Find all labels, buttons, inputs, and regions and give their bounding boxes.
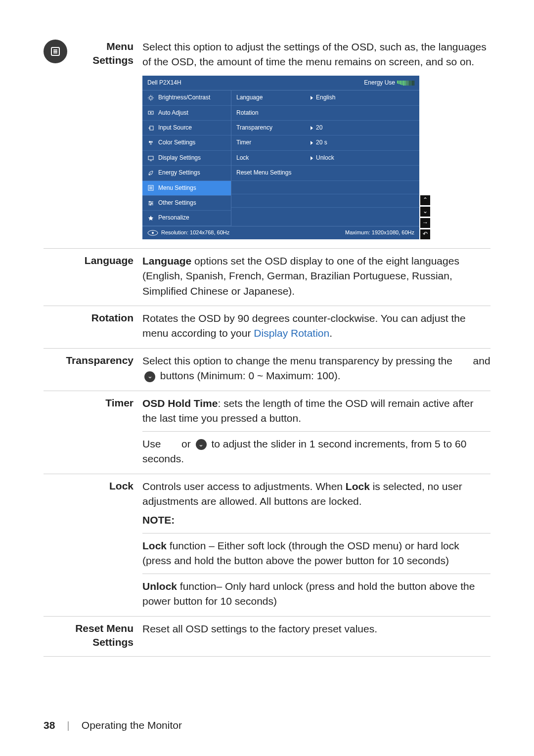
osd-right-panel: LanguageEnglishRotationTransparency20Tim… (231, 90, 419, 226)
osd-screenshot: Dell P2X14H Energy Use (142, 76, 490, 239)
osd-item-label: Menu Settings (158, 184, 196, 192)
osd-menu-item[interactable]: Personalize (142, 211, 231, 225)
osd-setting-row[interactable]: LanguageEnglish (231, 90, 419, 105)
svg-line-11 (149, 99, 149, 100)
label-language: Language (73, 254, 142, 267)
osd-setting-row[interactable]: LockUnlock (231, 151, 419, 166)
svg-point-4 (149, 96, 152, 99)
svg-line-12 (152, 96, 153, 96)
svg-point-30 (150, 204, 151, 205)
svg-line-9 (149, 96, 149, 96)
osd-item-icon (147, 155, 154, 162)
osd-setting-row (231, 194, 419, 208)
label-timer: Timer (73, 396, 142, 410)
osd-setting-label: Language (236, 93, 311, 102)
down-arrow-icon: ⌄ (196, 439, 207, 450)
svg-point-26 (149, 201, 151, 202)
osd-menu-item[interactable]: Menu Settings (142, 181, 231, 196)
label-lock: Lock (73, 479, 142, 493)
osd-setting-label: Timer (236, 138, 311, 147)
osd-item-label: Input Source (158, 124, 192, 132)
osd-energy-use: Energy Use (364, 79, 414, 87)
down-arrow-icon: ⌄ (144, 371, 155, 382)
osd-left-menu: Brightness/ContrastAuto AdjustInput Sour… (142, 90, 231, 226)
lock-description: Controls user access to adjustments. Whe… (142, 479, 490, 609)
section-transparency: Transparency Select this option to chang… (44, 349, 490, 391)
label-transparency: Transparency (63, 354, 142, 367)
section-language: Language Language options set the OSD di… (44, 249, 490, 306)
timer-description: OSD Hold Time: sets the length of time t… (142, 396, 490, 467)
reset-description: Reset all OSD settings to the factory pr… (142, 622, 490, 636)
osd-up-button[interactable]: ⌃ (420, 195, 430, 205)
osd-model: Dell P2X14H (147, 79, 181, 87)
osd-setting-value: 20 s (311, 138, 327, 147)
display-rotation-link[interactable]: Display Rotation (254, 327, 329, 339)
osd-setting-label: Rotation (236, 109, 311, 117)
menu-settings-description: Select this option to adjust the setting… (142, 40, 490, 70)
osd-setting-row (231, 181, 419, 194)
transparency-description: Select this option to change the menu tr… (142, 354, 490, 384)
osd-menu-item[interactable]: Energy Settings (142, 166, 231, 180)
osd-menu-item[interactable]: Display Settings (142, 151, 231, 166)
svg-point-16 (149, 141, 151, 143)
section-menu-settings: Menu Settings Select this option to adju… (44, 35, 490, 249)
label-reset-menu-settings: Reset Menu Settings (73, 622, 142, 650)
osd-item-icon (147, 125, 154, 132)
osd-item-icon (147, 139, 154, 146)
section-timer: Timer OSD Hold Time: sets the length of … (44, 391, 490, 474)
osd-item-label: Brightness/Contrast (158, 93, 210, 102)
osd-menu-item[interactable]: Brightness/Contrast (142, 90, 231, 105)
osd-item-label: Color Settings (158, 138, 195, 147)
osd-item-label: Auto Adjust (158, 109, 188, 117)
section-lock: Lock Controls user access to adjustments… (44, 474, 490, 617)
section-rotation: Rotation Rotates the OSD by 90 degrees c… (44, 306, 490, 349)
osd-setting-row[interactable]: Timer20 s (231, 135, 419, 150)
svg-rect-19 (148, 156, 153, 160)
osd-item-icon (147, 94, 154, 101)
osd-item-icon (147, 184, 154, 191)
svg-point-14 (150, 112, 152, 114)
osd-menu-item[interactable]: Auto Adjust (142, 106, 231, 121)
osd-setting-value: 20 (311, 124, 322, 132)
label-rotation: Rotation (73, 311, 142, 325)
osd-menu-item[interactable]: Color Settings (142, 135, 231, 150)
osd-setting-label: Reset Menu Settings (236, 169, 311, 177)
svg-point-28 (151, 202, 153, 204)
page-number: 38 (44, 719, 55, 731)
osd-setting-row[interactable]: Reset Menu Settings (231, 166, 419, 180)
osd-item-icon (147, 200, 154, 207)
osd-footer-maximum: Maximum: 1920x1080, 60Hz (345, 229, 414, 237)
section-reset-menu-settings: Reset Menu Settings Reset all OSD settin… (44, 617, 490, 657)
label-menu-settings: Menu Settings (73, 40, 142, 68)
osd-back-button[interactable]: ↶ (420, 229, 430, 239)
page-footer: 38 | Operating the Monitor (44, 719, 182, 731)
osd-item-label: Other Settings (158, 199, 196, 207)
osd-item-icon (147, 215, 154, 222)
osd-right-button[interactable]: → (420, 218, 430, 228)
svg-line-10 (152, 99, 153, 100)
osd-menu-item[interactable]: Other Settings (142, 196, 231, 211)
osd-item-label: Energy Settings (158, 169, 200, 177)
svg-point-18 (150, 143, 152, 145)
osd-footer-resolution: Resolution: 1024x768, 60Hz (147, 229, 229, 237)
osd-menu-item[interactable]: Input Source (142, 121, 231, 135)
svg-point-17 (151, 141, 153, 143)
osd-setting-row[interactable]: Rotation (231, 106, 419, 121)
menu-icon (44, 40, 67, 63)
footer-section-title: Operating the Monitor (82, 719, 182, 731)
osd-setting-label: Lock (236, 154, 311, 162)
osd-down-button[interactable]: ⌄ (420, 207, 430, 217)
osd-item-label: Personalize (158, 214, 189, 222)
osd-item-icon (147, 170, 154, 177)
osd-setting-value: English (311, 93, 335, 102)
rotation-description: Rotates the OSD by 90 degrees counter-cl… (142, 311, 490, 341)
language-description: Language options set the OSD display to … (142, 254, 490, 299)
osd-item-label: Display Settings (158, 154, 201, 162)
svg-point-32 (152, 232, 154, 234)
osd-setting-value: Unlock (311, 154, 334, 162)
osd-item-icon (147, 109, 154, 116)
osd-setting-row[interactable]: Transparency20 (231, 121, 419, 135)
osd-setting-label: Transparency (236, 124, 311, 132)
note-label: NOTE: (142, 513, 490, 528)
